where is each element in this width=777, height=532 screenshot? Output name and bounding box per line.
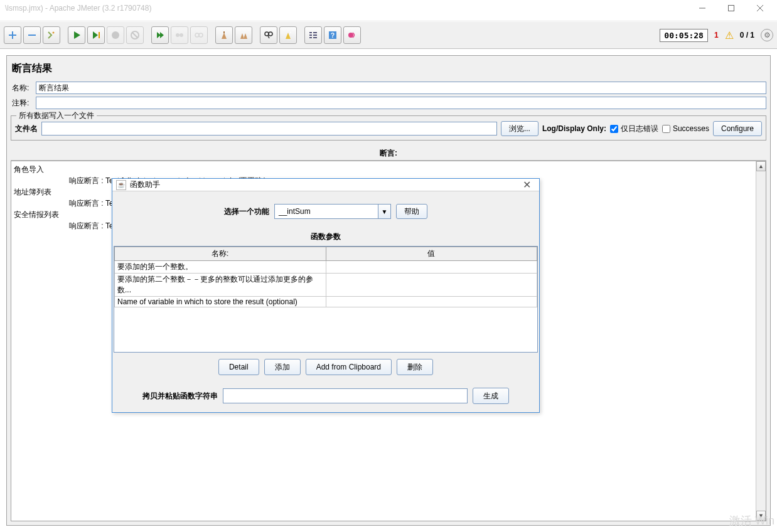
window-maximize-button[interactable] bbox=[717, 0, 746, 16]
start-no-pause-button[interactable] bbox=[87, 26, 105, 44]
error-count: 1 bbox=[714, 31, 719, 40]
svg-marker-8 bbox=[74, 31, 80, 39]
col-name-header: 名称: bbox=[115, 247, 326, 261]
svg-point-18 bbox=[195, 33, 199, 37]
svg-point-17 bbox=[180, 33, 183, 37]
dialog-title: 函数助手 bbox=[130, 179, 514, 190]
svg-line-23 bbox=[268, 36, 269, 38]
svg-rect-20 bbox=[223, 31, 225, 33]
assertions-header: 断言: bbox=[11, 144, 766, 161]
toolbar: ? 00:05:28 1 ⚠ 0 / 1 ⚙ bbox=[0, 21, 777, 49]
logdisplay-label: Log/Display Only: bbox=[542, 124, 606, 133]
window-close-button[interactable] bbox=[746, 0, 774, 16]
search-button[interactable] bbox=[260, 26, 277, 44]
window-title: \lsmsp.jmx) - Apache JMeter (3.2 r179074… bbox=[3, 4, 688, 13]
elapsed-time: 00:05:28 bbox=[660, 29, 708, 42]
successes-checkbox[interactable]: Successes bbox=[662, 124, 709, 133]
assertion-line[interactable]: 角色导入 bbox=[11, 164, 756, 175]
function-combobox[interactable]: __intSum ▼ bbox=[274, 204, 391, 219]
svg-rect-10 bbox=[99, 32, 100, 38]
svg-text:?: ? bbox=[331, 32, 335, 39]
shutdown-button[interactable] bbox=[126, 26, 144, 44]
start-button[interactable] bbox=[68, 26, 85, 44]
svg-rect-1 bbox=[729, 6, 734, 11]
function-helper-button[interactable] bbox=[343, 26, 361, 44]
svg-marker-9 bbox=[93, 31, 98, 39]
svg-point-21 bbox=[265, 32, 269, 36]
comment-input[interactable] bbox=[36, 97, 766, 109]
generate-label: 拷贝并粘贴函数字符串 bbox=[142, 391, 218, 402]
help-button[interactable]: ? bbox=[324, 26, 341, 44]
svg-rect-25 bbox=[309, 32, 312, 33]
add-button[interactable]: 添加 bbox=[264, 359, 301, 375]
svg-point-24 bbox=[290, 32, 291, 33]
thread-progress: 0 / 1 bbox=[740, 31, 754, 40]
params-table: 名称: 值 要添加的第一个整数。要添加的第二个整数－－更多的整数可以通过添加更多… bbox=[114, 246, 538, 353]
table-row[interactable]: 要添加的第一个整数。 bbox=[115, 261, 537, 274]
table-row[interactable]: Name of variable in which to store the r… bbox=[115, 297, 537, 307]
select-function-label: 选择一个功能 bbox=[224, 206, 269, 217]
svg-rect-28 bbox=[313, 32, 317, 33]
col-value-header: 值 bbox=[326, 247, 537, 261]
menubar bbox=[0, 16, 777, 21]
svg-point-22 bbox=[269, 32, 272, 36]
remove-button[interactable] bbox=[23, 26, 41, 44]
svg-point-19 bbox=[199, 33, 203, 37]
svg-point-11 bbox=[112, 31, 119, 39]
panel-title: 断言结果 bbox=[11, 60, 766, 82]
vertical-scrollbar[interactable]: ▲ ▼ bbox=[756, 161, 766, 521]
remote-shutdown-button[interactable] bbox=[190, 26, 208, 44]
configure-button[interactable]: Configure bbox=[713, 121, 762, 136]
remote-stop-button[interactable] bbox=[171, 26, 188, 44]
detail-button[interactable]: Detail bbox=[218, 359, 259, 375]
dialog-close-button[interactable]: ✕ bbox=[518, 179, 535, 191]
comment-label: 注释: bbox=[11, 98, 36, 109]
window-titlebar: \lsmsp.jmx) - Apache JMeter (3.2 r179074… bbox=[0, 0, 777, 16]
clear-button[interactable] bbox=[215, 26, 233, 44]
svg-point-7 bbox=[53, 32, 55, 34]
filename-input[interactable] bbox=[41, 122, 497, 136]
file-output-fieldset: 所有数据写入一个文件 文件名 浏览... Log/Display Only: 仅… bbox=[11, 115, 766, 141]
table-row[interactable]: 要添加的第二个整数－－更多的整数可以通过添加更多的参数... bbox=[115, 274, 537, 297]
svg-rect-30 bbox=[313, 37, 317, 38]
templates-button[interactable] bbox=[43, 26, 60, 44]
window-minimize-button[interactable] bbox=[688, 0, 717, 16]
svg-rect-26 bbox=[309, 35, 312, 36]
svg-point-33 bbox=[348, 33, 353, 38]
browse-button[interactable]: 浏览... bbox=[501, 121, 539, 136]
generate-button[interactable]: 生成 bbox=[473, 388, 509, 404]
remote-start-button[interactable] bbox=[151, 26, 169, 44]
clear-all-button[interactable] bbox=[235, 26, 252, 44]
name-label: 名称: bbox=[11, 83, 36, 93]
warning-icon: ⚠ bbox=[725, 29, 734, 41]
add-from-clipboard-button[interactable]: Add from Clipboard bbox=[306, 359, 392, 375]
svg-marker-15 bbox=[160, 32, 164, 38]
params-header: 函数参数 bbox=[112, 228, 539, 246]
name-input[interactable] bbox=[36, 82, 766, 94]
svg-line-13 bbox=[132, 33, 137, 38]
chevron-down-icon: ▼ bbox=[378, 205, 390, 218]
selected-function: __intSum bbox=[275, 207, 378, 216]
toggle-button[interactable] bbox=[304, 26, 322, 44]
function-helper-dialog: ☕ 函数助手 ✕ 选择一个功能 __intSum ▼ 帮助 函数参数 名称: 值… bbox=[112, 178, 540, 413]
stop-button[interactable] bbox=[107, 26, 124, 44]
reset-search-button[interactable] bbox=[279, 26, 297, 44]
delete-button[interactable]: 删除 bbox=[397, 359, 433, 375]
fieldset-legend: 所有数据写入一个文件 bbox=[16, 110, 97, 121]
java-icon: ☕ bbox=[116, 180, 126, 190]
only-errors-checkbox[interactable]: 仅日志错误 bbox=[610, 124, 658, 134]
scroll-down-arrow[interactable]: ▼ bbox=[756, 511, 766, 521]
svg-rect-29 bbox=[313, 35, 317, 36]
svg-rect-27 bbox=[309, 37, 312, 38]
svg-point-16 bbox=[176, 33, 180, 37]
options-icon[interactable]: ⚙ bbox=[761, 29, 773, 41]
new-button[interactable] bbox=[4, 26, 21, 44]
generate-output[interactable] bbox=[223, 388, 468, 403]
help-button[interactable]: 帮助 bbox=[396, 204, 427, 219]
dialog-titlebar: ☕ 函数助手 ✕ bbox=[112, 179, 539, 191]
scroll-up-arrow[interactable]: ▲ bbox=[756, 161, 766, 171]
filename-label: 文件名 bbox=[15, 124, 38, 134]
